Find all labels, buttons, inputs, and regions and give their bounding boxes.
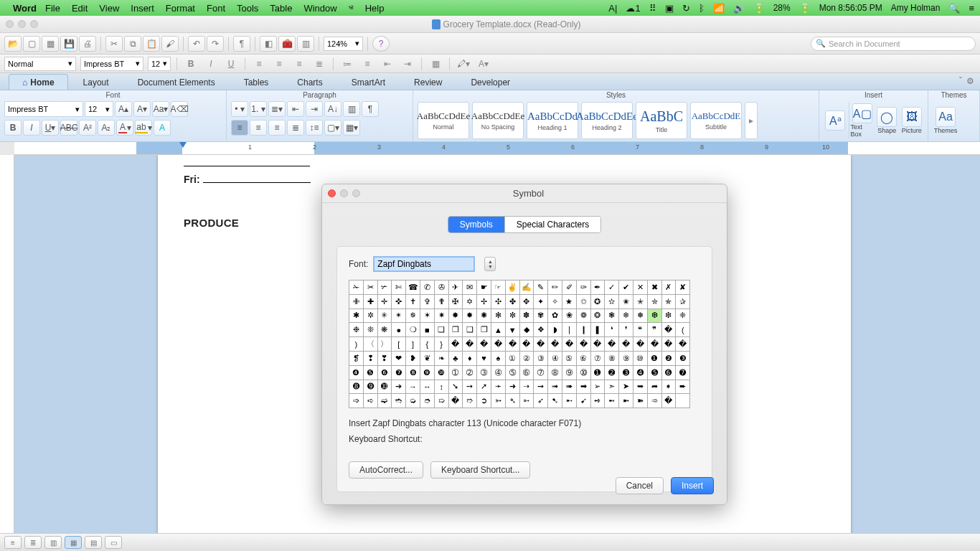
view-notebook-button[interactable]: ▤ (85, 536, 102, 549)
menu-file[interactable]: File (45, 3, 60, 14)
symbol-cell[interactable]: ❏ (435, 323, 449, 337)
symbol-cell[interactable]: ❧ (435, 352, 449, 366)
menu-edit[interactable]: Edit (72, 3, 88, 14)
align-justify-button[interactable]: ≣ (311, 57, 327, 71)
symbol-cell[interactable]: ➥ (633, 380, 648, 395)
symbol-cell[interactable]: ✣ (491, 295, 506, 309)
symbol-cell[interactable]: � (534, 337, 548, 352)
symbol-cell[interactable]: ✔ (619, 281, 633, 295)
wifi-icon[interactable]: 📶 (713, 3, 725, 14)
symbol-cell[interactable]: ✂ (364, 281, 378, 295)
columns-button[interactable]: ▥ (343, 101, 360, 117)
symbol-cell[interactable]: ✟ (435, 295, 449, 309)
symbol-cell[interactable]: ➝ (520, 380, 534, 395)
tab-layout[interactable]: Layout (70, 74, 123, 90)
symbol-cell[interactable]: ❊ (364, 323, 378, 337)
symbol-cell[interactable]: { (420, 337, 435, 352)
style-select[interactable]: Normal▾ (4, 57, 76, 71)
highlight-button-r[interactable]: ab▾ (135, 120, 152, 136)
symbol-cell[interactable]: ➅ (520, 366, 534, 380)
symbol-cell[interactable]: � (648, 337, 662, 352)
symbol-cell[interactable]: ★ (562, 295, 577, 309)
symbol-cell[interactable]: ✜ (392, 295, 406, 309)
sort-button[interactable]: A↓ (324, 101, 341, 117)
symbol-cell[interactable]: ❍ (406, 323, 420, 337)
symbol-cell[interactable]: ➵ (520, 394, 534, 408)
symbol-cell[interactable]: ✁ (349, 281, 364, 295)
symbol-cell[interactable]: ✢ (477, 295, 491, 309)
symbol-cell[interactable]: ❿ (435, 366, 449, 380)
symbol-cell[interactable]: ✍ (520, 281, 534, 295)
symbol-cell[interactable]: ➈ (562, 366, 577, 380)
symbol-cell[interactable]: ➧ (662, 380, 677, 395)
symbol-cell[interactable]: ✥ (520, 295, 534, 309)
symbol-cell[interactable]: ♥ (477, 352, 491, 366)
zoom-select[interactable]: 124%▾ (324, 37, 363, 51)
subscript-button[interactable]: A₂ (98, 120, 115, 136)
fontsize-select[interactable]: 12▾ (148, 57, 171, 71)
view-publishing-button[interactable]: ▥ (44, 536, 62, 549)
tab-tables[interactable]: Tables (230, 74, 283, 90)
airplay-icon[interactable]: ▣ (665, 3, 674, 14)
symbol-cell[interactable]: ✆ (420, 281, 435, 295)
symbol-cell[interactable]: ✮ (648, 295, 662, 309)
symbol-cell[interactable]: ✄ (392, 281, 406, 295)
symbol-cell[interactable]: � (577, 337, 591, 352)
symbol-cell[interactable]: ➌ (619, 366, 633, 380)
keyboard-shortcut-button[interactable]: Keyboard Shortcut... (430, 461, 530, 479)
tab-home[interactable]: ⌂Home (9, 74, 68, 90)
tab-charts[interactable]: Charts (283, 74, 336, 90)
symbol-cell[interactable]: ➀ (449, 366, 463, 380)
shading-button[interactable]: ▢▾ (324, 120, 341, 136)
save-button[interactable]: 💾 (60, 36, 77, 52)
view-draft-button[interactable]: ≡ (4, 536, 22, 549)
symbol-cell[interactable]: � (449, 394, 463, 408)
symbol-cell[interactable]: ⑤ (562, 352, 577, 366)
symbol-cell[interactable]: ☛ (477, 281, 491, 295)
symbol-cell[interactable]: ⑩ (633, 352, 648, 366)
paste-button[interactable]: 📋 (143, 36, 160, 52)
symbol-cell[interactable]: ➑ (349, 380, 364, 395)
symbol-cell[interactable]: ● (392, 323, 406, 337)
spotlight-icon[interactable]: 🔍 (948, 3, 960, 14)
adobe-icon[interactable]: A| (608, 3, 617, 14)
symbol-cell[interactable]: ⑨ (619, 352, 633, 366)
symbol-cell[interactable]: ➣ (605, 380, 619, 395)
symbol-cell[interactable]: ❶ (648, 352, 662, 366)
symbol-cell[interactable]: ✤ (506, 295, 520, 309)
style-card[interactable]: AaBbCcDdHeading 1 (527, 102, 578, 139)
menu-tools[interactable]: Tools (237, 3, 258, 14)
symbol-cell[interactable]: ⑦ (591, 352, 606, 366)
toolbox-button[interactable]: 🧰 (278, 36, 296, 52)
symbol-cell[interactable]: ✼ (506, 309, 520, 324)
symbol-cell[interactable]: � (520, 337, 534, 352)
symbol-cell[interactable]: ➫ (378, 394, 392, 408)
symbol-cell[interactable]: ➯ (435, 394, 449, 408)
symbol-cell[interactable]: ➩ (349, 394, 364, 408)
symbol-cell[interactable]: ✳ (378, 309, 392, 324)
symbol-cell[interactable]: ❘ (562, 323, 577, 337)
symbol-cell[interactable]: ( (676, 323, 690, 337)
sidebar-button[interactable]: ◧ (260, 36, 277, 52)
symbol-cell[interactable]: ➂ (477, 366, 491, 380)
bullet-list-button[interactable]: ≡ (359, 57, 375, 71)
symbol-cell[interactable]: ✰ (676, 295, 690, 309)
undo-button[interactable]: ↶ (188, 36, 205, 52)
symbol-cell[interactable]: ❐ (449, 323, 463, 337)
symbol-cell[interactable]: ✸ (449, 309, 463, 324)
ribbon-gear-icon[interactable]: ⚙ (966, 76, 974, 86)
symbol-cell[interactable]: ] (406, 337, 420, 352)
symbol-cell[interactable]: ✌ (506, 281, 520, 295)
symbol-cell[interactable]: ➾ (648, 394, 662, 408)
symbol-cell[interactable]: ❖ (534, 323, 548, 337)
symbol-cell[interactable]: ❁ (577, 309, 591, 324)
symbol-cell[interactable]: ➓ (378, 380, 392, 395)
symbol-cell[interactable]: ❈ (676, 309, 690, 324)
symbol-cell[interactable]: ✺ (477, 309, 491, 324)
menu-window[interactable]: Window (303, 3, 336, 14)
text-box-button[interactable]: A▢Text Box (850, 103, 874, 138)
symbol-cell[interactable]: ➋ (605, 366, 619, 380)
underline-button-r[interactable]: U▾ (42, 120, 59, 136)
format-painter-button[interactable]: 🖌 (161, 36, 179, 52)
symbol-cell[interactable]: ❆ (648, 309, 662, 324)
